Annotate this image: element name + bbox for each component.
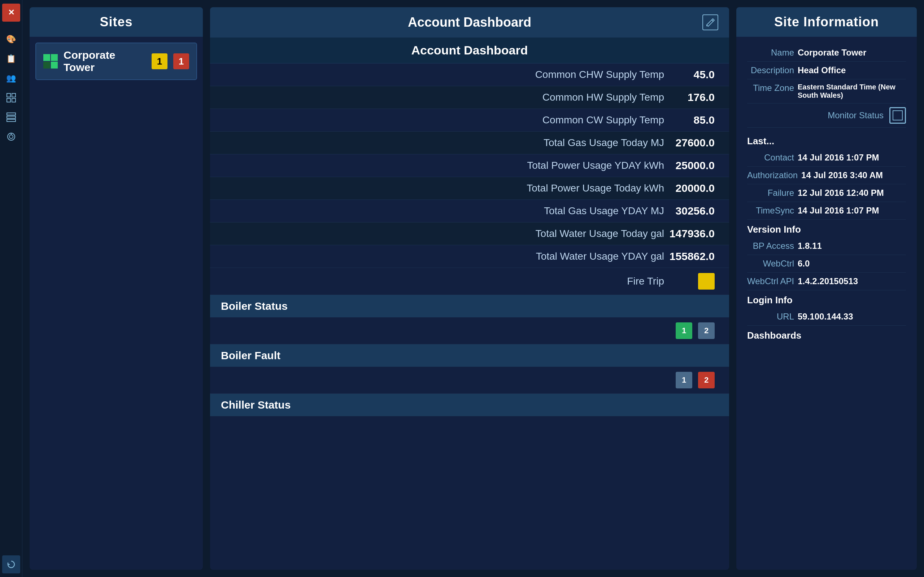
gas-yday-label: Total Gas Usage YDAY MJ <box>225 205 664 217</box>
edit-icon[interactable] <box>703 15 718 30</box>
data-row-power-yday: Total Power Usage YDAY kWh 25000.0 <box>210 154 729 177</box>
water-yday-value: 155862.0 <box>664 250 715 263</box>
boiler-fault-row: 1 2 <box>210 367 729 394</box>
site-icon-cell-2 <box>51 54 58 61</box>
sites-panel: Sites Corporate Tower 1 1 <box>30 7 203 570</box>
svg-rect-6 <box>7 119 16 121</box>
bp-access-value: 1.8.11 <box>798 241 822 251</box>
info-row-name: Name Corporate Tower <box>747 44 906 62</box>
boiler-fault-2: 2 <box>698 372 715 388</box>
svg-rect-2 <box>7 98 10 102</box>
cw-value: 85.0 <box>664 114 715 126</box>
boiler-status-row: 1 2 <box>210 318 729 344</box>
data-row-power-today: Total Power Usage Today kWh 20000.0 <box>210 177 729 200</box>
main-content: Sites Corporate Tower 1 1 Account Dashbo… <box>23 0 924 577</box>
fire-trip-row: Fire Trip <box>210 268 729 295</box>
info-row-description: Description Head Office <box>747 62 906 79</box>
timesync-label: TimeSync <box>747 206 794 216</box>
gas-today-label: Total Gas Usage Today MJ <box>225 137 664 148</box>
sidebar-icon-palette[interactable]: 🎨 <box>2 30 20 48</box>
dashboard-content: Common CHW Supply Temp 45.0 Common HW Su… <box>210 63 729 570</box>
info-row-timesync: TimeSync 14 Jul 2016 1:07 PM <box>747 202 906 220</box>
fire-trip-indicator <box>698 273 715 290</box>
boiler-status-1: 1 <box>676 322 692 339</box>
power-today-label: Total Power Usage Today kWh <box>225 182 664 194</box>
cw-label: Common CW Supply Temp <box>225 114 664 126</box>
info-row-timezone: Time Zone Eastern Standard Time (New Sou… <box>747 79 906 103</box>
sidebar-icon-document[interactable]: 📋 <box>2 50 20 68</box>
hw-value: 176.0 <box>664 91 715 103</box>
dashboard-subheader: Account Dashboard <box>210 37 729 63</box>
site-badge-red: 1 <box>173 53 189 69</box>
site-icon <box>43 54 58 69</box>
data-row-cw: Common CW Supply Temp 85.0 <box>210 109 729 132</box>
site-badge-yellow: 1 <box>152 53 168 69</box>
svg-rect-0 <box>7 93 10 97</box>
site-icon-cell-3 <box>43 62 50 69</box>
name-label: Name <box>747 48 794 58</box>
svg-rect-1 <box>12 93 16 97</box>
data-row-water-today: Total Water Usage Today gal 147936.0 <box>210 222 729 245</box>
chiller-status-header: Chiller Status <box>210 394 729 416</box>
description-label: Description <box>747 65 794 76</box>
sidebar: ✕ 🎨 📋 👥 <box>0 0 23 577</box>
sidebar-icon-grid[interactable] <box>2 89 20 107</box>
boiler-status-2: 2 <box>698 322 715 339</box>
site-name: Corporate Tower <box>63 49 146 74</box>
boiler-status-header: Boiler Status <box>210 295 729 318</box>
info-panel-header: Site Information <box>736 7 917 37</box>
power-today-value: 20000.0 <box>664 182 715 194</box>
svg-rect-5 <box>7 116 16 118</box>
dashboard-header: Account Dashboard <box>210 7 729 37</box>
info-row-contact: Contact 14 Jul 2016 1:07 PM <box>747 149 906 167</box>
data-row-gas-today: Total Gas Usage Today MJ 27600.0 <box>210 132 729 154</box>
url-label: URL <box>747 311 794 322</box>
monitor-status-label: Monitor Status <box>828 110 884 121</box>
failure-value: 12 Jul 2016 12:40 PM <box>798 188 884 198</box>
authorization-label: Authorization <box>747 170 798 180</box>
dashboard-panel: Account Dashboard Account Dashboard Comm… <box>210 7 729 570</box>
info-row-failure: Failure 12 Jul 2016 12:40 PM <box>747 184 906 202</box>
svg-point-8 <box>10 135 13 139</box>
version-info-title: Version Info <box>747 220 906 237</box>
boiler-fault-1: 1 <box>676 372 692 388</box>
hw-label: Common HW Supply Temp <box>225 92 664 103</box>
data-row-water-yday: Total Water Usage YDAY gal 155862.0 <box>210 245 729 268</box>
info-content: Name Corporate Tower Description Head Of… <box>736 37 917 570</box>
chw-value: 45.0 <box>664 69 715 81</box>
sidebar-icon-users[interactable]: 👥 <box>2 69 20 87</box>
webctrl-value: 6.0 <box>798 259 809 269</box>
gas-yday-value: 30256.0 <box>664 205 715 217</box>
url-value: 59.100.144.33 <box>798 311 853 322</box>
refresh-button[interactable] <box>2 555 20 574</box>
name-value: Corporate Tower <box>798 48 866 58</box>
water-yday-label: Total Water Usage YDAY gal <box>225 251 664 262</box>
monitor-status-inner <box>893 110 903 121</box>
site-icon-cell-4 <box>51 62 58 69</box>
webctrl-api-value: 1.4.2.20150513 <box>798 276 858 286</box>
info-row-url: URL 59.100.144.33 <box>747 308 906 326</box>
info-row-authorization: Authorization 14 Jul 2016 3:40 AM <box>747 167 906 184</box>
webctrl-api-label: WebCtrl API <box>747 276 794 286</box>
monitor-status-row: Monitor Status <box>747 103 906 128</box>
water-today-value: 147936.0 <box>664 227 715 240</box>
sidebar-icon-table[interactable] <box>2 108 20 126</box>
boiler-fault-header: Boiler Fault <box>210 344 729 367</box>
svg-rect-4 <box>7 113 16 115</box>
power-yday-value: 25000.0 <box>664 160 715 172</box>
sidebar-icon-monitor[interactable] <box>2 128 20 146</box>
bp-access-label: BP Access <box>747 241 794 251</box>
site-icon-cell-1 <box>43 54 50 61</box>
timezone-label: Time Zone <box>747 83 794 93</box>
timezone-value: Eastern Standard Time (New South Wales) <box>798 83 906 100</box>
login-info-title: Login Info <box>747 290 906 308</box>
dashboards-title: Dashboards <box>747 326 906 343</box>
svg-rect-3 <box>12 98 16 102</box>
data-row-hw: Common HW Supply Temp 176.0 <box>210 86 729 109</box>
water-today-label: Total Water Usage Today gal <box>225 228 664 239</box>
last-section-title: Last... <box>747 131 906 149</box>
site-item-corporate-tower[interactable]: Corporate Tower 1 1 <box>36 43 197 80</box>
data-row-gas-yday: Total Gas Usage YDAY MJ 30256.0 <box>210 200 729 222</box>
close-button[interactable]: ✕ <box>2 3 20 22</box>
contact-label: Contact <box>747 153 794 163</box>
